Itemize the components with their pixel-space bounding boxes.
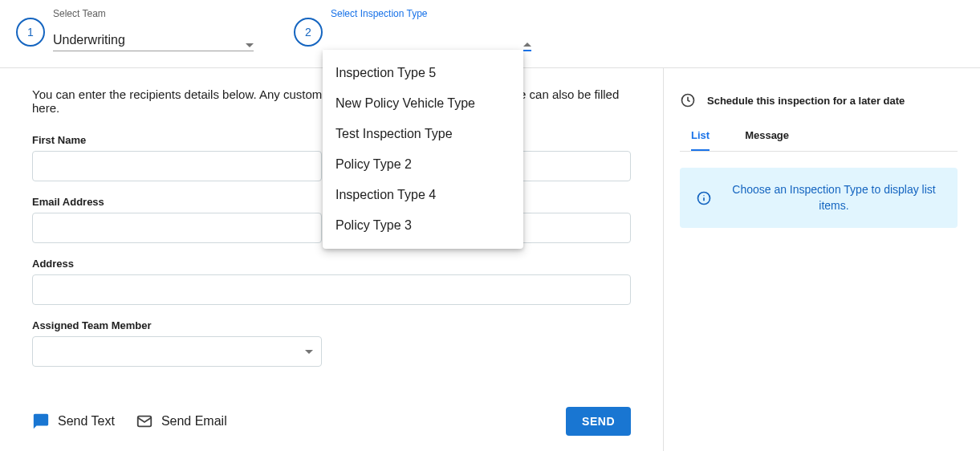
email-label: Email Address xyxy=(32,196,322,208)
first-name-label: First Name xyxy=(32,134,322,146)
send-text-toggle[interactable]: Send Text xyxy=(32,412,115,430)
send-email-label: Send Email xyxy=(161,414,227,429)
step-1-badge: 1 xyxy=(16,18,45,47)
assigned-select[interactable] xyxy=(32,336,322,367)
step-2-label: Select Inspection Type xyxy=(331,8,531,19)
dropdown-option[interactable]: Test Inspection Type xyxy=(323,119,523,149)
dropdown-option[interactable]: Inspection Type 5 xyxy=(323,58,523,88)
inspection-type-select[interactable] xyxy=(331,22,531,51)
inspection-type-dropdown: Inspection Type 5 New Policy Vehicle Typ… xyxy=(323,50,523,249)
info-panel: Choose an Inspection Type to display lis… xyxy=(680,168,958,228)
sidebar-tabs: List Message xyxy=(680,129,958,152)
step-2-badge: 2 xyxy=(294,18,323,47)
caret-down-icon xyxy=(246,43,254,47)
dropdown-option[interactable]: Policy Type 2 xyxy=(323,149,523,180)
schedule-later-label: Schedule this inspection for a later dat… xyxy=(707,95,905,107)
caret-down-icon xyxy=(305,350,313,354)
dropdown-option[interactable]: Inspection Type 4 xyxy=(323,180,523,210)
info-icon xyxy=(696,190,712,206)
address-label: Address xyxy=(32,258,631,270)
clock-icon xyxy=(680,92,696,108)
step-1-label: Select Team xyxy=(53,8,254,19)
send-email-toggle[interactable]: Send Email xyxy=(136,412,227,430)
sidebar: Schedule this inspection for a later dat… xyxy=(664,68,980,451)
info-message: Choose an Inspection Type to display lis… xyxy=(726,182,941,213)
dropdown-option[interactable]: Policy Type 3 xyxy=(323,210,523,241)
svg-point-4 xyxy=(703,195,704,196)
step-select-inspection-type: 2 Select Inspection Type xyxy=(294,8,531,51)
first-name-input[interactable] xyxy=(32,151,322,181)
envelope-icon xyxy=(136,412,153,430)
assigned-label: Assigned Team Member xyxy=(32,319,322,331)
team-select[interactable]: Underwriting xyxy=(53,22,254,51)
chat-bubble-icon xyxy=(32,412,50,430)
send-text-label: Send Text xyxy=(58,414,115,429)
tab-message[interactable]: Message xyxy=(745,129,789,151)
step-select-team: 1 Select Team Underwriting xyxy=(16,8,254,51)
caret-up-icon xyxy=(523,43,531,47)
send-button[interactable]: SEND xyxy=(566,407,631,436)
team-select-value: Underwriting xyxy=(53,33,125,47)
dropdown-option[interactable]: New Policy Vehicle Type xyxy=(323,88,523,119)
address-input[interactable] xyxy=(32,274,631,305)
email-input[interactable] xyxy=(32,213,322,243)
schedule-later[interactable]: Schedule this inspection for a later dat… xyxy=(680,92,958,108)
tab-list[interactable]: List xyxy=(691,129,710,151)
